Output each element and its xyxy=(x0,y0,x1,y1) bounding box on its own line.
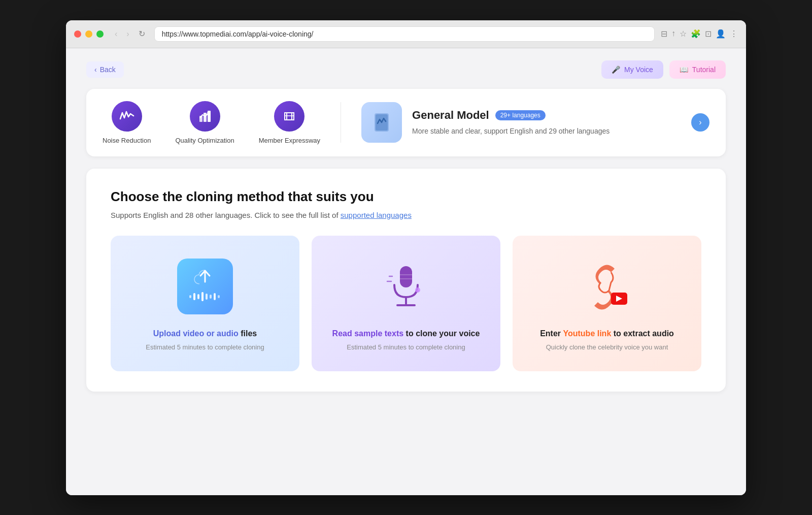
top-nav: ‹ Back 🎤 My Voice 📖 Tutorial xyxy=(86,60,726,79)
reload-button[interactable]: ↻ xyxy=(136,28,148,40)
cloning-title: Choose the cloning method that suits you xyxy=(111,189,701,205)
cloud-upload-icon xyxy=(192,269,218,292)
waveform-icon xyxy=(187,292,223,304)
cloning-section: Choose the cloning method that suits you… xyxy=(86,169,726,392)
upload-icon-box xyxy=(177,259,233,314)
noise-reduction-icon xyxy=(112,101,142,132)
supported-languages-link[interactable]: supported languages xyxy=(341,211,412,219)
sample-method-desc: Estimated 5 minutes to complete cloning xyxy=(347,343,465,351)
my-voice-icon: 🎤 xyxy=(612,66,620,74)
youtube-method-title: Enter Youtube link to extract audio xyxy=(540,329,674,338)
youtube-colored-text: Youtube link xyxy=(563,329,611,338)
model-title: General Model xyxy=(412,109,489,122)
general-model-section: General Model 29+ languages More stable … xyxy=(361,102,709,143)
tutorial-button[interactable]: 📖 Tutorial xyxy=(669,60,726,79)
method-card-sample[interactable]: ✦ Read sample texts to clone your voice … xyxy=(312,236,500,371)
forward-nav-button[interactable]: › xyxy=(123,28,132,40)
upload-colored-text: Upload video or audio xyxy=(153,329,239,338)
browser-window: ‹ › ↻ https://www.topmediai.com/app/ai-v… xyxy=(66,20,746,495)
upload-method-desc: Estimated 5 minutes to complete cloning xyxy=(146,343,264,351)
svg-rect-12 xyxy=(218,295,220,298)
noise-reduction-label: Noise Reduction xyxy=(103,137,151,144)
quality-optimization-label: Quality Optimization xyxy=(175,137,234,144)
nav-buttons: ‹ › ↻ xyxy=(112,28,148,40)
close-button[interactable] xyxy=(74,30,81,38)
model-description: More stable and clear, support English a… xyxy=(412,126,681,137)
svg-rect-1 xyxy=(204,113,207,122)
svg-rect-5 xyxy=(189,295,191,298)
upload-method-title: Upload video or audio files xyxy=(153,329,257,338)
cloning-subtitle: Supports English and 28 other languages.… xyxy=(111,211,701,219)
method-card-upload[interactable]: Upload video or audio files Estimated 5 … xyxy=(111,236,299,371)
star-icon[interactable]: ☆ xyxy=(680,29,687,39)
microphone-icon: ✦ xyxy=(383,259,429,314)
title-bar: ‹ › ↻ https://www.topmediai.com/app/ai-v… xyxy=(66,20,746,48)
subtitle-text: Supports English and 28 other languages.… xyxy=(111,211,339,219)
traffic-lights xyxy=(74,30,104,38)
back-label: Back xyxy=(100,66,116,74)
link-icon-wrap xyxy=(582,261,632,312)
features-list: Noise Reduction Quality Optimization xyxy=(103,101,320,144)
sample-method-title: Read sample texts to clone your voice xyxy=(332,329,480,338)
svg-rect-9 xyxy=(206,294,208,300)
member-expressway-icon xyxy=(274,101,304,132)
youtube-method-desc: Quickly clone the celebrity voice you wa… xyxy=(546,343,668,351)
member-expressway-label: Member Expressway xyxy=(259,137,320,144)
toolbar-icons: ⊟ ↑ ☆ 🧩 ⊡ 👤 ⋮ xyxy=(661,29,738,39)
chevron-left-icon: ‹ xyxy=(94,66,97,74)
svg-rect-15 xyxy=(400,266,412,287)
back-button[interactable]: ‹ Back xyxy=(86,61,124,78)
tutorial-label: Tutorial xyxy=(692,66,716,74)
upload-icon-area xyxy=(175,256,235,317)
svg-rect-11 xyxy=(214,293,216,300)
maximize-button[interactable] xyxy=(96,30,104,38)
model-arrow-button[interactable]: › xyxy=(691,113,709,132)
youtube-icon-area xyxy=(577,256,637,317)
vertical-divider xyxy=(341,102,341,143)
sample-suffix-text: to clone your voice xyxy=(406,329,480,338)
upload-suffix-text: files xyxy=(241,329,257,338)
extension-icon[interactable]: 🧩 xyxy=(691,29,701,39)
youtube-suffix-text: to extract audio xyxy=(614,329,674,338)
svg-rect-7 xyxy=(197,294,199,299)
svg-text:✦: ✦ xyxy=(416,288,420,294)
tutorial-icon: 📖 xyxy=(680,66,688,74)
address-bar[interactable]: https://www.topmediai.com/app/ai-voice-c… xyxy=(154,26,655,42)
back-nav-button[interactable]: ‹ xyxy=(112,28,120,40)
general-model-icon xyxy=(361,102,402,143)
bookmark-icon[interactable]: ⊟ xyxy=(661,29,667,39)
my-voice-button[interactable]: 🎤 My Voice xyxy=(601,60,663,79)
sample-colored-text: Read sample texts xyxy=(332,329,404,338)
svg-rect-6 xyxy=(193,293,195,300)
nav-actions: 🎤 My Voice 📖 Tutorial xyxy=(601,60,726,79)
chain-link-icon xyxy=(582,261,632,312)
page-content: ‹ Back 🎤 My Voice 📖 Tutorial xyxy=(66,48,746,495)
feature-member-expressway[interactable]: Member Expressway xyxy=(259,101,320,144)
my-voice-label: My Voice xyxy=(624,66,653,74)
svg-rect-8 xyxy=(201,292,204,301)
lang-badge: 29+ languages xyxy=(495,110,546,120)
profile-icon[interactable]: 👤 xyxy=(716,29,726,39)
menu-icon[interactable]: ⋮ xyxy=(730,29,738,39)
features-card: Noise Reduction Quality Optimization xyxy=(86,89,726,156)
feature-noise-reduction[interactable]: Noise Reduction xyxy=(103,101,151,144)
method-cards: Upload video or audio files Estimated 5 … xyxy=(111,236,701,371)
model-title-row: General Model 29+ languages xyxy=(412,109,681,122)
share-icon[interactable]: ↑ xyxy=(671,29,675,39)
model-info: General Model 29+ languages More stable … xyxy=(412,109,681,137)
sample-icon-area: ✦ xyxy=(376,256,436,317)
feature-quality-optimization[interactable]: Quality Optimization xyxy=(175,101,234,144)
minimize-button[interactable] xyxy=(85,30,92,38)
svg-rect-10 xyxy=(210,295,212,299)
method-card-youtube[interactable]: Enter Youtube link to extract audio Quic… xyxy=(513,236,701,371)
quality-optimization-icon xyxy=(190,101,220,132)
sidebar-icon[interactable]: ⊡ xyxy=(705,29,712,39)
youtube-prefix-text: Enter xyxy=(540,329,563,338)
